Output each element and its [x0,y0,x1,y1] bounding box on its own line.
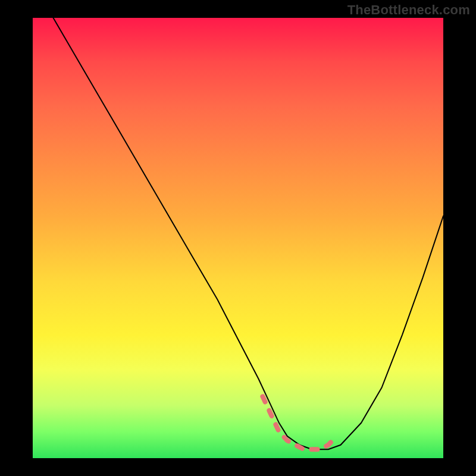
chart-frame: TheBottleneck.com [0,0,476,476]
watermark-text: TheBottleneck.com [347,2,470,18]
valley-highlight [262,396,336,449]
plot-area [33,18,443,458]
curve-layer [33,18,443,458]
bottleneck-curve [54,18,444,449]
